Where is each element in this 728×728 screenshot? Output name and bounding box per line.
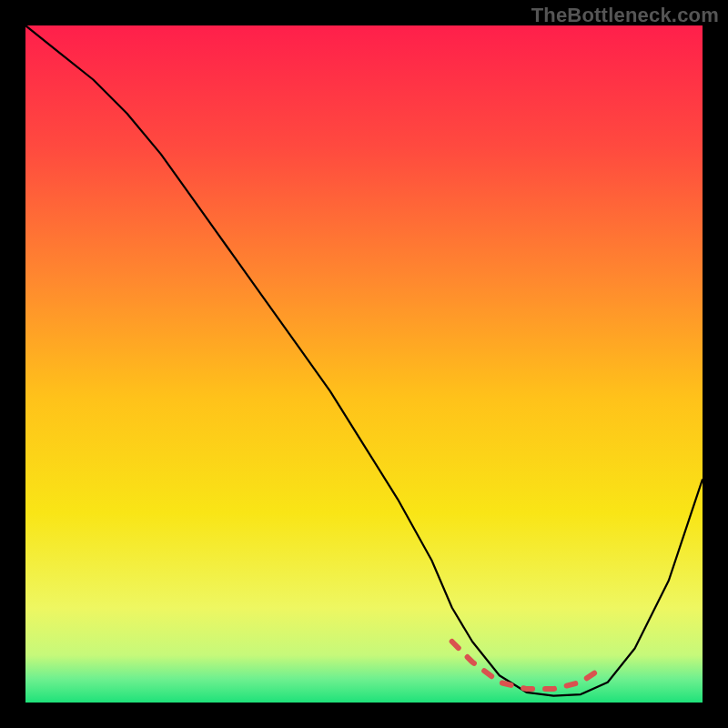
gradient-background <box>25 25 703 703</box>
chart-frame: TheBottleneck.com <box>0 0 728 728</box>
chart-svg <box>25 25 703 703</box>
plot-area <box>25 25 703 703</box>
watermark-text: TheBottleneck.com <box>531 4 719 27</box>
